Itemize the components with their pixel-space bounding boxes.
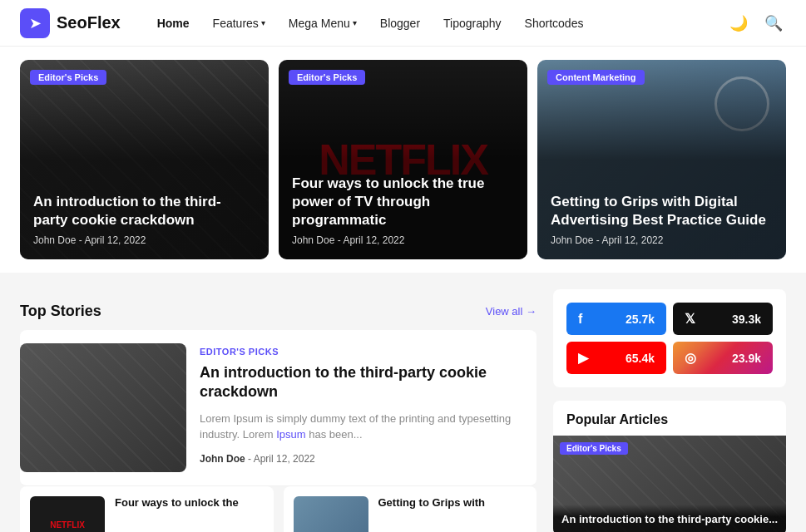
hero-card-2[interactable]: Editor's Picks Four ways to unlock the t…: [279, 60, 527, 259]
sidebar: f 25.7k 𝕏 39.3k ▶ 65.4k ◎ 23.9k: [553, 289, 786, 532]
social-grid: f 25.7k 𝕏 39.3k ▶ 65.4k ◎ 23.9k: [566, 303, 773, 374]
mini-title-2: Getting to Grips with: [378, 496, 527, 510]
story-date: April 12, 2022: [254, 453, 315, 465]
social-widget: f 25.7k 𝕏 39.3k ▶ 65.4k ◎ 23.9k: [553, 289, 786, 387]
facebook-count: 25.7k: [626, 313, 655, 326]
facebook-icon: f: [578, 312, 582, 327]
nav-typography[interactable]: Tipography: [433, 12, 512, 35]
hero-meta-1: John Doe - April 12, 2022: [33, 234, 255, 246]
mini-story-1[interactable]: Four ways to unlock the: [20, 486, 274, 532]
mini-thumb-1: [30, 496, 105, 532]
navbar: ➤ SeoFlex Home Features ▾ Mega Menu ▾ Bl…: [0, 0, 806, 47]
hero-date-1: April 12, 2022: [84, 234, 146, 246]
youtube-count: 65.4k: [626, 352, 655, 365]
story-content: EDITOR'S PICKS An introduction to the th…: [200, 343, 537, 472]
story-thumb-bg: [20, 343, 186, 472]
popular-overlay: An introduction to the third-party cooki…: [553, 505, 786, 532]
twitter-button[interactable]: 𝕏 39.3k: [673, 303, 773, 335]
hero-section: Editor's Picks An introduction to the th…: [0, 47, 806, 273]
popular-widget: Popular Articles Editor's Picks An intro…: [553, 401, 786, 532]
nav-blogger[interactable]: Blogger: [370, 12, 430, 35]
mini-thumb-camera-bg: [294, 496, 368, 532]
nav-icons: 🌙 🔍: [726, 11, 786, 36]
logo-text: SeoFlex: [57, 13, 121, 32]
hero-date-2: April 12, 2022: [343, 234, 404, 246]
mini-content-1: Four ways to unlock the: [115, 496, 264, 532]
twitter-icon: 𝕏: [685, 311, 695, 327]
story-category: EDITOR'S PICKS: [200, 347, 537, 357]
popular-thumb[interactable]: Editor's Picks An introduction to the th…: [553, 436, 786, 532]
nav-shortcodes[interactable]: Shortcodes: [515, 12, 594, 35]
story-author: John Doe: [200, 453, 245, 465]
mini-thumb-netflix-bg: [30, 496, 105, 532]
hero-card-1[interactable]: Editor's Picks An introduction to the th…: [20, 60, 269, 259]
hero-badge-2: Editor's Picks: [289, 70, 365, 85]
youtube-icon: ▶: [578, 350, 588, 366]
section-title: Top Stories: [20, 303, 101, 320]
youtube-button[interactable]: ▶ 65.4k: [566, 342, 666, 374]
hero-meta-3: John Doe - April 12, 2022: [551, 234, 773, 246]
chevron-down-icon: ▾: [261, 18, 265, 27]
mini-story-2[interactable]: Getting to Grips with: [284, 486, 537, 532]
story-title[interactable]: An introduction to the third-party cooki…: [200, 363, 537, 402]
hero-title-1: An introduction to the third-party cooki…: [33, 193, 255, 229]
mini-content-2: Getting to Grips with: [378, 496, 527, 532]
popular-articles-title: Popular Articles: [553, 401, 786, 436]
instagram-button[interactable]: ◎ 23.9k: [673, 342, 773, 374]
logo-icon: ➤: [20, 8, 50, 38]
story-thumbnail: [20, 343, 186, 472]
dark-mode-button[interactable]: 🌙: [726, 11, 751, 36]
popular-article-title: An introduction to the third-party cooki…: [561, 513, 778, 527]
mini-thumb-2: [294, 496, 368, 532]
hero-author-1: John Doe: [33, 234, 76, 246]
content-layout: Top Stories View all → EDITOR'S PICKS An…: [20, 289, 786, 532]
hero-title-2: Four ways to unlock the true power of TV…: [292, 175, 514, 229]
story-excerpt: Lorem Ipsum is simply dummy text of the …: [200, 411, 537, 443]
hero-author-3: John Doe: [551, 234, 593, 246]
facebook-button[interactable]: f 25.7k: [566, 303, 666, 335]
hero-author-2: John Doe: [292, 234, 334, 246]
hero-title-3: Getting to Grips with Digital Advertisin…: [551, 193, 773, 229]
hero-badge-1: Editor's Picks: [30, 70, 106, 85]
mini-title-1: Four ways to unlock the: [115, 496, 264, 510]
nav-links: Home Features ▾ Mega Menu ▾ Blogger Tipo…: [147, 12, 726, 35]
main-section: Top Stories View all → EDITOR'S PICKS An…: [0, 273, 806, 532]
hero-date-3: April 12, 2022: [601, 234, 663, 246]
hero-meta-2: John Doe - April 12, 2022: [292, 234, 514, 246]
view-all-link[interactable]: View all →: [486, 305, 537, 318]
search-button[interactable]: 🔍: [761, 11, 786, 36]
instagram-count: 23.9k: [732, 352, 761, 365]
instagram-icon: ◎: [685, 350, 696, 366]
hero-content-1: An introduction to the third-party cooki…: [20, 180, 269, 259]
section-header: Top Stories View all →: [20, 289, 537, 330]
chevron-down-icon: ▾: [353, 18, 357, 27]
nav-home[interactable]: Home: [147, 12, 200, 35]
hero-content-2: Four ways to unlock the true power of TV…: [279, 161, 527, 259]
popular-badge: Editor's Picks: [560, 442, 628, 455]
hero-grid: Editor's Picks An introduction to the th…: [20, 60, 786, 259]
hero-card-3[interactable]: Content Marketing Getting to Grips with …: [537, 60, 786, 259]
story-meta: John Doe - April 12, 2022: [200, 453, 537, 465]
twitter-count: 39.3k: [732, 313, 761, 326]
main-story-item: EDITOR'S PICKS An introduction to the th…: [20, 330, 537, 486]
nav-mega-menu[interactable]: Mega Menu ▾: [279, 12, 367, 35]
nav-features[interactable]: Features ▾: [203, 12, 275, 35]
story-meta-sep: -: [248, 453, 254, 465]
top-stories-column: Top Stories View all → EDITOR'S PICKS An…: [20, 289, 537, 532]
logo[interactable]: ➤ SeoFlex: [20, 8, 121, 38]
excerpt-link[interactable]: Ipsum: [276, 428, 305, 441]
hero-badge-3: Content Marketing: [547, 70, 645, 85]
bottom-stories: Four ways to unlock the Getting to Grips…: [20, 486, 537, 532]
hero-content-3: Getting to Grips with Digital Advertisin…: [537, 180, 786, 259]
